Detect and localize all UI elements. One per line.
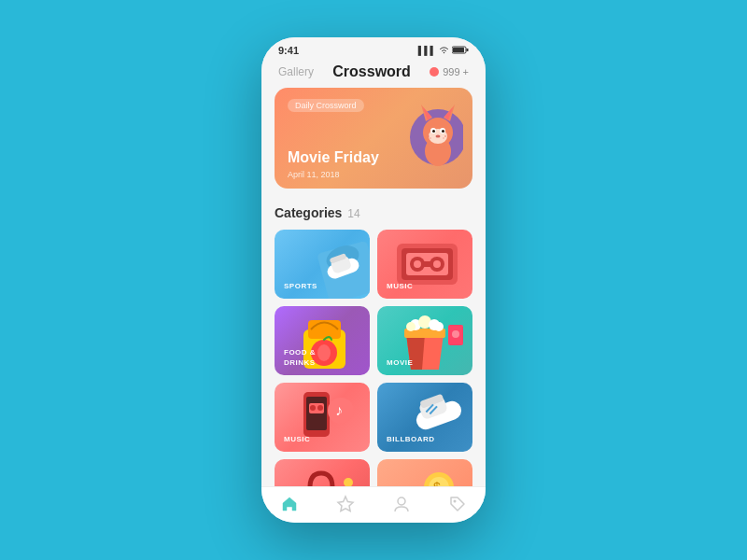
billboard-card[interactable]: BILLBOARD (377, 383, 472, 452)
music-card[interactable]: MUSIC (377, 230, 472, 299)
svg-text:♪: ♪ (335, 402, 343, 418)
svg-point-44 (434, 322, 444, 331)
billboard-label: BILLBOARD (387, 435, 435, 444)
svg-point-69 (398, 497, 405, 505)
badge-count: 999 + (443, 66, 469, 77)
svg-point-13 (432, 130, 435, 133)
app-title: Crossword (332, 63, 411, 80)
nav-favorites[interactable] (336, 495, 355, 513)
svg-point-51 (317, 405, 323, 411)
categories-header: Categories 14 (261, 202, 486, 230)
svg-point-36 (317, 344, 331, 361)
hero-card[interactable]: Daily Crossword Movie Friday April 11, 2… (275, 88, 472, 189)
music-label: MUSIC (387, 282, 413, 291)
category-grid: SPORTS MUSIC (261, 230, 486, 486)
svg-text:$: $ (433, 480, 441, 486)
status-time: 9:41 (278, 45, 299, 56)
svg-point-70 (454, 500, 457, 503)
wifi-icon (439, 46, 449, 56)
food-card[interactable]: FOOD &DRINKS (275, 306, 370, 375)
food-label: FOOD &DRINKS (284, 348, 316, 368)
svg-point-29 (414, 260, 421, 268)
star-icon (336, 495, 355, 513)
svg-point-17 (430, 137, 431, 139)
music2-label: MUSIC (284, 435, 310, 444)
hero-title: Movie Friday (288, 148, 379, 166)
profile-icon (392, 495, 411, 513)
sports-card[interactable]: SPORTS (275, 230, 370, 299)
main-content: Daily Crossword Movie Friday April 11, 2… (261, 88, 486, 486)
categories-label: Categories (275, 205, 342, 220)
hero-date: April 11, 2018 (288, 170, 340, 179)
svg-rect-1 (453, 48, 464, 52)
extra-card[interactable]: $ (377, 459, 472, 486)
status-bar: 9:41 ▌▌▌ (261, 37, 486, 60)
svg-rect-32 (421, 261, 433, 267)
sports-label: SPORTS (284, 282, 317, 291)
gallery-link[interactable]: Gallery (278, 65, 314, 78)
movie-label: MOVIE (387, 358, 413, 368)
tag-icon (448, 495, 467, 513)
app-header: Gallery Crossword 999 + (261, 60, 486, 88)
categories-count: 14 (347, 207, 359, 220)
time-card[interactable]: TIME (275, 459, 370, 486)
music2-card[interactable]: ♪ MUSIC (275, 383, 370, 452)
home-icon (280, 495, 299, 513)
svg-point-43 (406, 322, 416, 331)
svg-point-19 (443, 137, 444, 139)
time-illustration (275, 459, 370, 486)
notification-badge[interactable]: 999 + (430, 66, 469, 77)
svg-point-18 (444, 135, 446, 137)
svg-point-31 (433, 260, 441, 268)
nav-tag[interactable] (448, 495, 467, 513)
svg-point-15 (436, 135, 441, 138)
svg-marker-68 (338, 497, 353, 511)
svg-point-14 (442, 130, 444, 133)
bottom-nav (261, 486, 486, 523)
svg-point-50 (310, 405, 316, 411)
hero-label: Daily Crossword (288, 99, 364, 112)
svg-point-16 (428, 135, 430, 137)
battery-icon (452, 46, 469, 56)
svg-point-60 (344, 478, 353, 486)
fox-illustration (402, 95, 463, 179)
nav-profile[interactable] (392, 495, 411, 513)
badge-dot (430, 67, 439, 77)
status-icons: ▌▌▌ (418, 46, 469, 56)
movie-card[interactable]: MOVIE (377, 306, 472, 375)
extra-illustration: $ (377, 459, 472, 486)
signal-icon: ▌▌▌ (418, 46, 436, 55)
svg-rect-2 (467, 49, 469, 51)
nav-home[interactable] (280, 495, 299, 513)
svg-point-46 (452, 330, 459, 338)
phone-container: 9:41 ▌▌▌ Gallery Crossword (261, 37, 486, 523)
